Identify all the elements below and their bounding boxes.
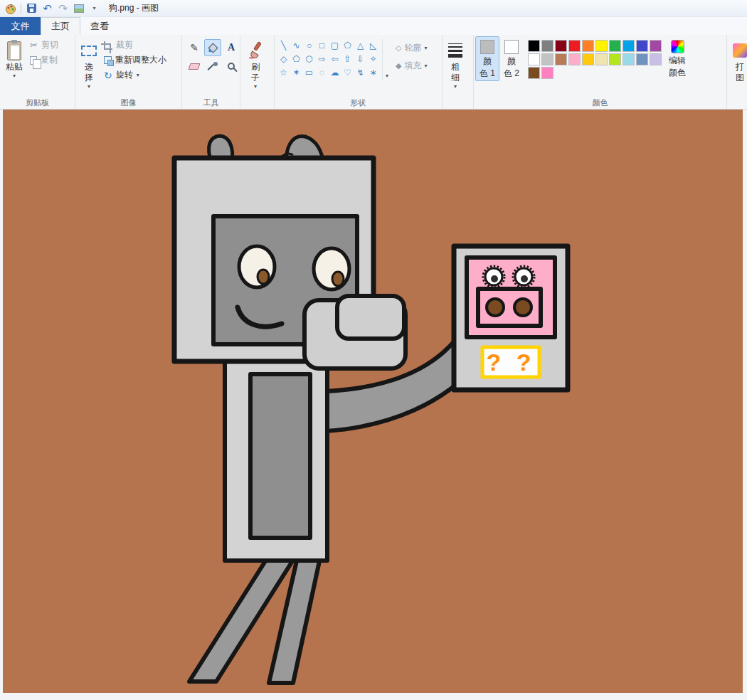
palette-swatch[interactable] xyxy=(595,53,608,65)
window-title: 狗.png - 画图 xyxy=(109,2,159,14)
dropper-icon xyxy=(208,61,218,72)
size-group: 粗 细 ▾ xyxy=(443,35,474,109)
save-button[interactable] xyxy=(25,1,38,15)
palette-swatch[interactable] xyxy=(636,53,648,65)
eraser-tool[interactable] xyxy=(186,58,203,75)
color1-button[interactable]: 颜 色 1 xyxy=(475,36,499,81)
qat-custom-button[interactable] xyxy=(72,1,85,15)
qat-dropdown-button[interactable]: ▾ xyxy=(88,1,101,15)
pencil-tool[interactable]: ✎ xyxy=(186,39,203,56)
robot-right-pupil xyxy=(332,272,344,286)
tab-home[interactable]: 主页 xyxy=(41,17,80,35)
palette-swatch[interactable] xyxy=(622,53,635,65)
palette-swatch[interactable] xyxy=(650,53,662,65)
palette-swatch[interactable] xyxy=(636,40,648,52)
size-label-1: 粗 xyxy=(451,62,460,73)
fill-bucket-tool[interactable] xyxy=(204,39,221,56)
redo-button[interactable]: ↷ xyxy=(56,1,70,15)
shapes-scrollbar[interactable]: ▾ xyxy=(382,39,391,80)
pencil-icon: ✎ xyxy=(190,42,198,53)
chevron-down-icon: ▾ xyxy=(254,83,257,90)
shape-more[interactable]: ∗ xyxy=(367,66,379,79)
brushes-label-1: 刷 xyxy=(251,62,260,73)
drawing-canvas[interactable]: ? ? xyxy=(3,110,743,693)
cut-button[interactable]: ✂ 剪切 xyxy=(27,38,61,53)
titlebar: ↶ ↷ ▾ 狗.png - 画图 xyxy=(0,0,747,17)
shape-oval[interactable]: ○ xyxy=(303,39,315,52)
brushes-label-2: 子 xyxy=(251,73,260,83)
palette-swatch[interactable] xyxy=(528,53,540,65)
paste-button[interactable]: 粘贴 ▾ xyxy=(1,36,27,80)
palette-swatch[interactable] xyxy=(582,53,594,65)
phone-left-pupil xyxy=(491,275,498,282)
palette-swatch[interactable] xyxy=(595,40,608,52)
shape-triangle[interactable]: △ xyxy=(354,39,366,52)
text-tool[interactable]: A xyxy=(223,39,240,56)
shape-hexagon[interactable]: ⬡ xyxy=(303,53,315,65)
tab-view[interactable]: 查看 xyxy=(80,17,119,35)
shape-arrow-left[interactable]: ⇦ xyxy=(329,53,341,65)
shape-arrow-up[interactable]: ⇧ xyxy=(341,53,354,65)
copy-label: 复制 xyxy=(41,54,58,66)
shape-polygon[interactable]: ⬠ xyxy=(341,39,354,52)
tools-group-label: 工具 xyxy=(184,97,238,109)
rotate-button[interactable]: ↻ 旋转 ▾ xyxy=(101,68,169,83)
shape-callout-rounded[interactable]: ▭ xyxy=(303,66,315,79)
clipboard-group: 粘贴 ▾ ✂ 剪切 复制 剪贴板 xyxy=(0,35,75,109)
color2-button[interactable]: 颜 色 2 xyxy=(499,36,524,81)
phone-left-nostril xyxy=(487,299,504,316)
undo-button[interactable]: ↶ xyxy=(41,1,54,15)
palette-swatch[interactable] xyxy=(568,40,581,52)
crop-icon xyxy=(104,41,112,50)
resize-button[interactable]: 重新调整大小 xyxy=(101,53,169,68)
crop-button[interactable]: 裁剪 xyxy=(101,38,169,53)
cut-label: 剪切 xyxy=(41,39,58,51)
magnifier-tool[interactable] xyxy=(223,58,240,75)
outline-button[interactable]: ◇ 轮廓 ▾ xyxy=(396,42,427,54)
select-button[interactable]: 选 择 ▾ xyxy=(77,36,101,91)
shape-rounded-rectangle[interactable]: ▢ xyxy=(329,39,341,52)
palette-swatch[interactable] xyxy=(528,67,540,79)
shape-curve[interactable]: ∿ xyxy=(290,39,302,52)
robot-right-eye xyxy=(314,248,349,290)
shape-six-point-star[interactable]: ✶ xyxy=(290,66,302,79)
shape-right-triangle[interactable]: ◺ xyxy=(367,39,379,52)
shape-pentagon[interactable]: ⬠ xyxy=(290,53,302,65)
palette-swatch[interactable] xyxy=(528,40,540,52)
shape-callout-cloud[interactable]: ☁ xyxy=(329,66,341,79)
size-button[interactable]: 粗 细 ▾ xyxy=(444,36,467,91)
shape-arrow-right[interactable]: ⇨ xyxy=(316,53,328,65)
palette-swatch[interactable] xyxy=(541,40,553,52)
shape-line[interactable]: ╲ xyxy=(277,39,290,52)
palette-swatch[interactable] xyxy=(609,53,621,65)
edit-colors-button[interactable]: 编辑 颜色 xyxy=(664,36,690,80)
shape-arrow-down[interactable]: ⇩ xyxy=(354,53,366,65)
select-label-1: 选 xyxy=(85,62,93,73)
shape-five-point-star[interactable]: ☆ xyxy=(277,66,290,79)
shape-diamond[interactable]: ◇ xyxy=(277,53,290,65)
palette-swatch[interactable] xyxy=(555,53,567,65)
paint3d-button[interactable]: 打 图 xyxy=(729,36,747,85)
palette-swatch[interactable] xyxy=(650,40,662,52)
shape-four-point-star[interactable]: ✧ xyxy=(367,53,379,65)
palette-swatch[interactable] xyxy=(541,67,553,79)
bucket-icon xyxy=(207,42,219,54)
shape-lightning[interactable]: ↯ xyxy=(354,66,366,79)
palette-swatch[interactable] xyxy=(568,53,581,65)
palette-swatch[interactable] xyxy=(622,40,635,52)
palette-swatch[interactable] xyxy=(555,40,567,52)
outline-label: 轮廓 xyxy=(404,42,421,54)
color1-swatch xyxy=(480,40,494,54)
palette-swatch[interactable] xyxy=(609,40,621,52)
palette-swatch[interactable] xyxy=(541,53,553,65)
shape-heart[interactable]: ♡ xyxy=(341,66,354,79)
brushes-button[interactable]: 刷 子 ▾ xyxy=(242,36,269,91)
shape-callout-oval[interactable]: ◌ xyxy=(316,66,328,79)
color-picker-tool[interactable] xyxy=(204,58,221,75)
shape-rectangle[interactable]: □ xyxy=(316,39,328,52)
palette-swatch[interactable] xyxy=(582,40,594,52)
tab-file[interactable]: 文件 xyxy=(0,17,41,35)
fill-button[interactable]: ◆ 填充 ▾ xyxy=(396,60,427,72)
text-tool-icon: A xyxy=(228,42,235,53)
copy-button[interactable]: 复制 xyxy=(27,53,61,68)
